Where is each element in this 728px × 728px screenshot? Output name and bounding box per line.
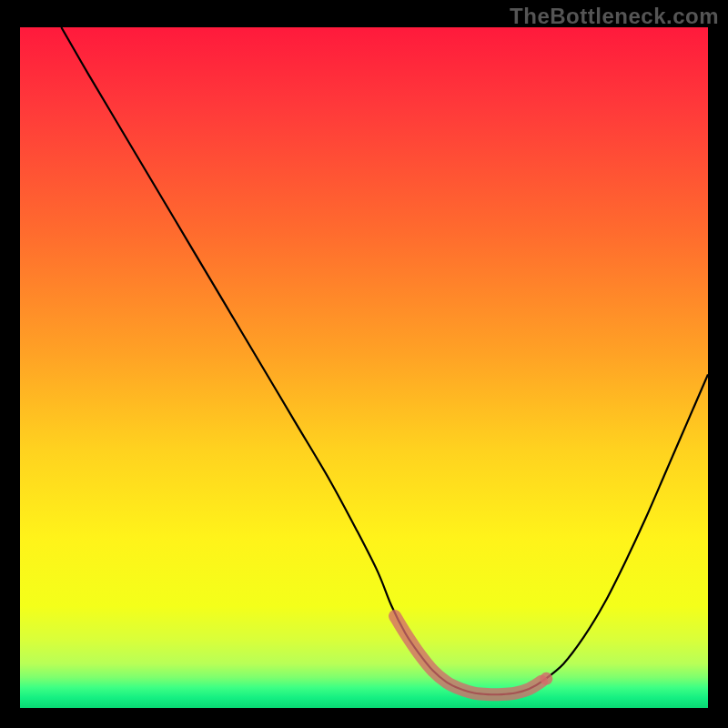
- chart-svg: [20, 27, 708, 708]
- chart-frame: TheBottleneck.com: [0, 0, 728, 728]
- plot-area: [20, 27, 708, 708]
- optimum-marker-end: [540, 672, 552, 685]
- watermark-text: TheBottleneck.com: [510, 4, 719, 29]
- gradient-background: [20, 27, 708, 708]
